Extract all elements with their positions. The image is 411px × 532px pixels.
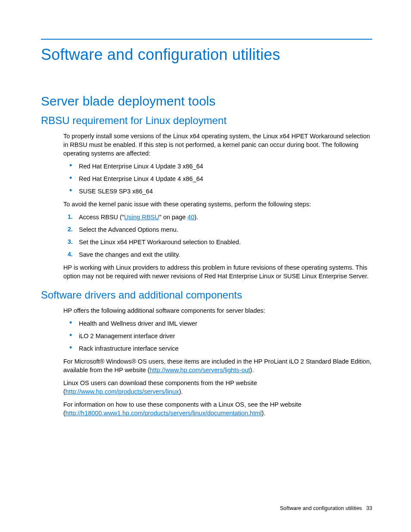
text: ).: [179, 388, 183, 395]
text: ).: [262, 410, 265, 417]
text: ).: [250, 367, 254, 373]
list-item: Health and Wellness driver and IML viewe…: [63, 319, 372, 328]
hp-lights-out-link[interactable]: http://www.hp.com/servers/lights-out: [149, 367, 250, 373]
page-number: 33: [366, 505, 372, 511]
using-rbsu-link[interactable]: Using RBSU: [124, 214, 159, 221]
page-ref-link[interactable]: 40: [187, 214, 194, 221]
paragraph: To avoid the kernel panic issue with the…: [63, 200, 372, 208]
page-footer: Software and configuration utilities33: [280, 505, 372, 511]
paragraph: Linux OS users can download these compon…: [63, 379, 372, 396]
list-item: Set the Linux x64 HPET Workaround select…: [63, 238, 372, 246]
paragraph: For Microsoft® Windows® OS users, these …: [63, 357, 372, 374]
list-item: iLO 2 Management interface driver: [63, 332, 372, 340]
top-rule: [41, 39, 372, 40]
page-title: Software and configuration utilities: [41, 46, 372, 64]
body-content-rbsu: To properly install some versions of the…: [63, 132, 372, 280]
list-item: Red Hat Enterprise Linux 4 Update 3 x86_…: [63, 162, 372, 171]
os-list: Red Hat Enterprise Linux 4 Update 3 x86_…: [63, 162, 372, 196]
section-heading-deployment-tools: Server blade deployment tools: [41, 94, 372, 109]
step-text: Access RBSU (": [79, 214, 124, 221]
step-text: " on page: [159, 214, 187, 221]
list-item: SUSE SLES9 SP3 x86_64: [63, 187, 372, 196]
body-content-drivers: HP offers the following additional softw…: [63, 306, 372, 417]
list-item: Select the Advanced Options menu.: [63, 225, 372, 234]
subsection-heading-rbsu: RBSU requirement for Linux deployment: [41, 115, 372, 127]
list-item: Access RBSU ("Using RBSU" on page 40).: [63, 213, 372, 221]
footer-label: Software and configuration utilities: [280, 505, 362, 511]
list-item: Save the changes and exit the utility.: [63, 250, 372, 259]
hp-linux-link[interactable]: http://www.hp.com/products/servers/linux: [65, 388, 179, 395]
paragraph: To properly install some versions of the…: [63, 132, 372, 158]
paragraph: For information on how to use these comp…: [63, 400, 372, 417]
section-software-drivers: Software drivers and additional componen…: [41, 289, 372, 417]
step-text: ).: [194, 214, 198, 221]
subsection-heading-drivers: Software drivers and additional componen…: [41, 289, 372, 301]
paragraph: HP offers the following additional softw…: [63, 306, 372, 315]
list-item: Rack infrastructure interface service: [63, 344, 372, 353]
hp-linux-docs-link[interactable]: http://h18000.www1.hp.com/products/serve…: [65, 410, 262, 417]
steps-list: Access RBSU ("Using RBSU" on page 40). S…: [63, 213, 372, 259]
list-item: Red Hat Enterprise Linux 4 Update 4 x86_…: [63, 174, 372, 183]
document-page: Software and configuration utilities Ser…: [0, 0, 411, 532]
paragraph: HP is working with Linux providers to ad…: [63, 263, 372, 280]
components-list: Health and Wellness driver and IML viewe…: [63, 319, 372, 353]
